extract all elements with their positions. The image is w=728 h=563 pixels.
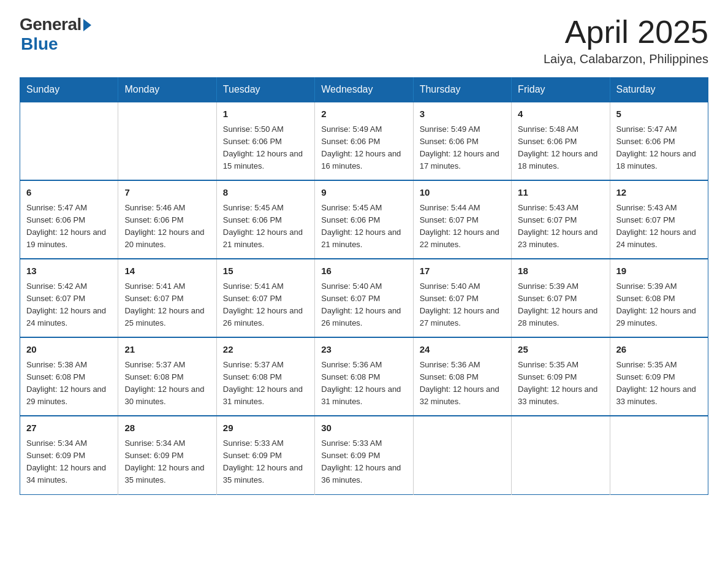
calendar-week-row: 1Sunrise: 5:50 AM Sunset: 6:06 PM Daylig… xyxy=(20,102,708,180)
calendar-day-cell: 13Sunrise: 5:42 AM Sunset: 6:07 PM Dayli… xyxy=(20,259,118,337)
calendar-day-header: Monday xyxy=(118,78,216,102)
day-info: Sunrise: 5:36 AM Sunset: 6:08 PM Dayligh… xyxy=(420,359,505,408)
day-number: 8 xyxy=(223,186,308,200)
title-area: April 2025 Laiya, Calabarzon, Philippine… xyxy=(544,15,708,66)
day-number: 20 xyxy=(26,343,112,357)
day-number: 10 xyxy=(420,186,505,200)
calendar-day-header: Tuesday xyxy=(216,78,314,102)
day-number: 6 xyxy=(26,186,112,200)
day-number: 2 xyxy=(321,107,406,121)
calendar-day-cell: 3Sunrise: 5:49 AM Sunset: 6:06 PM Daylig… xyxy=(413,102,511,180)
calendar-week-row: 13Sunrise: 5:42 AM Sunset: 6:07 PM Dayli… xyxy=(20,259,708,337)
day-info: Sunrise: 5:39 AM Sunset: 6:07 PM Dayligh… xyxy=(518,280,603,330)
day-number: 21 xyxy=(124,343,210,357)
calendar-day-header: Thursday xyxy=(413,78,511,102)
calendar-day-cell: 9Sunrise: 5:45 AM Sunset: 6:06 PM Daylig… xyxy=(315,180,413,259)
calendar-day-cell: 22Sunrise: 5:37 AM Sunset: 6:08 PM Dayli… xyxy=(216,337,314,416)
day-number: 3 xyxy=(420,107,505,121)
calendar-day-cell: 1Sunrise: 5:50 AM Sunset: 6:06 PM Daylig… xyxy=(216,102,314,180)
day-info: Sunrise: 5:49 AM Sunset: 6:06 PM Dayligh… xyxy=(321,123,406,173)
day-info: Sunrise: 5:35 AM Sunset: 6:09 PM Dayligh… xyxy=(518,359,603,408)
calendar-day-cell: 17Sunrise: 5:40 AM Sunset: 6:07 PM Dayli… xyxy=(413,259,511,337)
calendar-day-cell: 2Sunrise: 5:49 AM Sunset: 6:06 PM Daylig… xyxy=(315,102,413,180)
calendar-day-cell: 25Sunrise: 5:35 AM Sunset: 6:09 PM Dayli… xyxy=(512,337,610,416)
calendar-day-cell xyxy=(610,416,708,494)
calendar-day-cell xyxy=(118,102,216,180)
calendar-week-row: 6Sunrise: 5:47 AM Sunset: 6:06 PM Daylig… xyxy=(20,180,708,259)
calendar-day-cell: 4Sunrise: 5:48 AM Sunset: 6:06 PM Daylig… xyxy=(512,102,610,180)
calendar-day-cell: 15Sunrise: 5:41 AM Sunset: 6:07 PM Dayli… xyxy=(216,259,314,337)
calendar-day-cell: 27Sunrise: 5:34 AM Sunset: 6:09 PM Dayli… xyxy=(20,416,118,494)
calendar-table: SundayMondayTuesdayWednesdayThursdayFrid… xyxy=(20,77,708,494)
day-number: 1 xyxy=(223,107,308,121)
calendar-day-cell: 24Sunrise: 5:36 AM Sunset: 6:08 PM Dayli… xyxy=(413,337,511,416)
calendar-day-cell xyxy=(413,416,511,494)
day-number: 19 xyxy=(616,264,702,278)
day-info: Sunrise: 5:47 AM Sunset: 6:06 PM Dayligh… xyxy=(616,123,702,173)
day-number: 25 xyxy=(518,343,603,357)
day-number: 29 xyxy=(223,421,308,435)
day-info: Sunrise: 5:40 AM Sunset: 6:07 PM Dayligh… xyxy=(321,280,406,330)
day-number: 27 xyxy=(26,421,112,435)
calendar-day-cell: 19Sunrise: 5:39 AM Sunset: 6:08 PM Dayli… xyxy=(610,259,708,337)
day-info: Sunrise: 5:36 AM Sunset: 6:08 PM Dayligh… xyxy=(321,359,406,408)
day-number: 14 xyxy=(124,264,210,278)
day-number: 22 xyxy=(223,343,308,357)
calendar-day-cell: 20Sunrise: 5:38 AM Sunset: 6:08 PM Dayli… xyxy=(20,337,118,416)
logo-arrow-icon xyxy=(83,19,91,31)
day-info: Sunrise: 5:44 AM Sunset: 6:07 PM Dayligh… xyxy=(420,202,505,251)
logo-general-text: General xyxy=(20,15,82,34)
day-info: Sunrise: 5:45 AM Sunset: 6:06 PM Dayligh… xyxy=(321,202,406,251)
logo: General Blue xyxy=(20,15,91,54)
calendar-day-cell: 23Sunrise: 5:36 AM Sunset: 6:08 PM Dayli… xyxy=(315,337,413,416)
calendar-day-cell xyxy=(512,416,610,494)
day-number: 9 xyxy=(321,186,406,200)
day-info: Sunrise: 5:50 AM Sunset: 6:06 PM Dayligh… xyxy=(223,123,308,173)
calendar-day-cell: 30Sunrise: 5:33 AM Sunset: 6:09 PM Dayli… xyxy=(315,416,413,494)
day-info: Sunrise: 5:34 AM Sunset: 6:09 PM Dayligh… xyxy=(124,437,210,487)
calendar-day-cell: 8Sunrise: 5:45 AM Sunset: 6:06 PM Daylig… xyxy=(216,180,314,259)
day-info: Sunrise: 5:43 AM Sunset: 6:07 PM Dayligh… xyxy=(518,202,603,251)
day-number: 26 xyxy=(616,343,702,357)
location-text: Laiya, Calabarzon, Philippines xyxy=(544,52,708,66)
calendar-day-cell: 18Sunrise: 5:39 AM Sunset: 6:07 PM Dayli… xyxy=(512,259,610,337)
day-number: 17 xyxy=(420,264,505,278)
day-info: Sunrise: 5:41 AM Sunset: 6:07 PM Dayligh… xyxy=(223,280,308,330)
day-number: 23 xyxy=(321,343,406,357)
calendar-day-header: Saturday xyxy=(610,78,708,102)
calendar-week-row: 20Sunrise: 5:38 AM Sunset: 6:08 PM Dayli… xyxy=(20,337,708,416)
day-number: 12 xyxy=(616,186,702,200)
day-info: Sunrise: 5:39 AM Sunset: 6:08 PM Dayligh… xyxy=(616,280,702,330)
day-info: Sunrise: 5:41 AM Sunset: 6:07 PM Dayligh… xyxy=(124,280,210,330)
day-info: Sunrise: 5:33 AM Sunset: 6:09 PM Dayligh… xyxy=(321,437,406,487)
day-number: 15 xyxy=(223,264,308,278)
day-info: Sunrise: 5:38 AM Sunset: 6:08 PM Dayligh… xyxy=(26,359,112,408)
calendar-day-cell: 7Sunrise: 5:46 AM Sunset: 6:06 PM Daylig… xyxy=(118,180,216,259)
day-number: 4 xyxy=(518,107,603,121)
day-number: 18 xyxy=(518,264,603,278)
calendar-day-header: Friday xyxy=(512,78,610,102)
day-info: Sunrise: 5:45 AM Sunset: 6:06 PM Dayligh… xyxy=(223,202,308,251)
calendar-day-cell: 16Sunrise: 5:40 AM Sunset: 6:07 PM Dayli… xyxy=(315,259,413,337)
calendar-day-cell: 10Sunrise: 5:44 AM Sunset: 6:07 PM Dayli… xyxy=(413,180,511,259)
month-title: April 2025 xyxy=(544,15,708,50)
calendar-day-cell: 26Sunrise: 5:35 AM Sunset: 6:09 PM Dayli… xyxy=(610,337,708,416)
day-info: Sunrise: 5:35 AM Sunset: 6:09 PM Dayligh… xyxy=(616,359,702,408)
calendar-day-header: Sunday xyxy=(20,78,118,102)
calendar-day-cell: 28Sunrise: 5:34 AM Sunset: 6:09 PM Dayli… xyxy=(118,416,216,494)
day-info: Sunrise: 5:42 AM Sunset: 6:07 PM Dayligh… xyxy=(26,280,112,330)
calendar-day-cell: 12Sunrise: 5:43 AM Sunset: 6:07 PM Dayli… xyxy=(610,180,708,259)
day-info: Sunrise: 5:46 AM Sunset: 6:06 PM Dayligh… xyxy=(124,202,210,251)
day-info: Sunrise: 5:48 AM Sunset: 6:06 PM Dayligh… xyxy=(518,123,603,173)
calendar-day-cell: 5Sunrise: 5:47 AM Sunset: 6:06 PM Daylig… xyxy=(610,102,708,180)
calendar-day-cell xyxy=(20,102,118,180)
day-number: 7 xyxy=(124,186,210,200)
day-number: 11 xyxy=(518,186,603,200)
calendar-day-cell: 21Sunrise: 5:37 AM Sunset: 6:08 PM Dayli… xyxy=(118,337,216,416)
day-number: 30 xyxy=(321,421,406,435)
day-info: Sunrise: 5:33 AM Sunset: 6:09 PM Dayligh… xyxy=(223,437,308,487)
day-info: Sunrise: 5:43 AM Sunset: 6:07 PM Dayligh… xyxy=(616,202,702,251)
calendar-day-cell: 14Sunrise: 5:41 AM Sunset: 6:07 PM Dayli… xyxy=(118,259,216,337)
calendar-header-row: SundayMondayTuesdayWednesdayThursdayFrid… xyxy=(20,78,708,102)
calendar-day-header: Wednesday xyxy=(315,78,413,102)
